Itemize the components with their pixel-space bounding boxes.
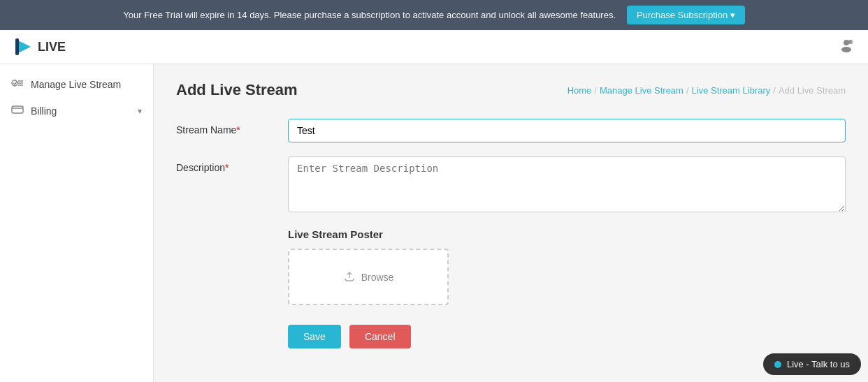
add-live-stream-form: Stream Name* Description* Live Stream Po… — [176, 119, 846, 348]
cancel-button[interactable]: Cancel — [349, 325, 411, 348]
sidebar: Manage Live Stream Billing ▾ — [0, 64, 154, 382]
upload-icon — [343, 270, 356, 284]
stream-name-input[interactable] — [288, 119, 846, 142]
stream-name-label: Stream Name* — [176, 119, 274, 135]
stream-name-input-wrap — [288, 119, 846, 142]
description-label: Description* — [176, 156, 274, 173]
billing-icon — [11, 105, 24, 117]
stream-name-required: * — [236, 124, 240, 135]
logo-text: LIVE — [38, 40, 66, 54]
main-content: Add Live Stream Home / Manage Live Strea… — [154, 64, 868, 382]
poster-upload-area[interactable]: Browse — [288, 249, 449, 305]
save-button[interactable]: Save — [288, 325, 341, 348]
description-required: * — [225, 162, 229, 173]
breadcrumb-live-stream-library[interactable]: Live Stream Library — [692, 85, 771, 96]
banner-text: Your Free Trial will expire in 14 days. … — [123, 10, 616, 20]
breadcrumb-manage-live-stream[interactable]: Manage Live Stream — [600, 85, 683, 96]
logo: LIVE — [14, 37, 66, 57]
svg-point-3 — [841, 47, 851, 52]
poster-section-label: Live Stream Poster — [288, 228, 846, 240]
manage-live-stream-icon — [11, 78, 24, 91]
page-title: Add Live Stream — [176, 81, 298, 99]
description-textarea[interactable] — [288, 156, 846, 212]
breadcrumb-home[interactable]: Home — [567, 85, 592, 96]
description-input-wrap — [288, 156, 846, 214]
sidebar-billing-label: Billing — [31, 105, 57, 117]
browse-label: Browse — [361, 272, 394, 283]
billing-chevron-icon: ▾ — [138, 106, 142, 116]
svg-rect-1 — [15, 38, 19, 55]
logo-icon — [14, 37, 34, 57]
header: LIVE — [0, 30, 868, 64]
svg-point-2 — [844, 40, 849, 45]
purchase-subscription-button[interactable]: Purchase Subscription ▾ — [627, 6, 745, 24]
sidebar-item-billing[interactable]: Billing ▾ — [0, 98, 153, 124]
chat-widget-label: Live - Talk to us — [787, 359, 850, 369]
description-row: Description* — [176, 156, 846, 214]
form-buttons: Save Cancel — [288, 325, 846, 348]
svg-rect-9 — [12, 106, 23, 113]
live-chat-widget[interactable]: Live - Talk to us — [763, 353, 861, 375]
main-layout: Manage Live Stream Billing ▾ Add Live St… — [0, 64, 868, 382]
chat-status-dot — [774, 361, 781, 368]
sidebar-item-manage-live-stream[interactable]: Manage Live Stream — [0, 71, 153, 98]
breadcrumb-add-live-stream: Add Live Stream — [779, 85, 846, 96]
breadcrumb: Home / Manage Live Stream / Live Stream … — [567, 85, 846, 96]
user-menu-icon[interactable] — [839, 38, 854, 57]
sidebar-manage-live-stream-label: Manage Live Stream — [31, 79, 121, 90]
stream-name-row: Stream Name* — [176, 119, 846, 142]
trial-banner: Your Free Trial will expire in 14 days. … — [0, 0, 868, 30]
page-header: Add Live Stream Home / Manage Live Strea… — [176, 81, 846, 99]
